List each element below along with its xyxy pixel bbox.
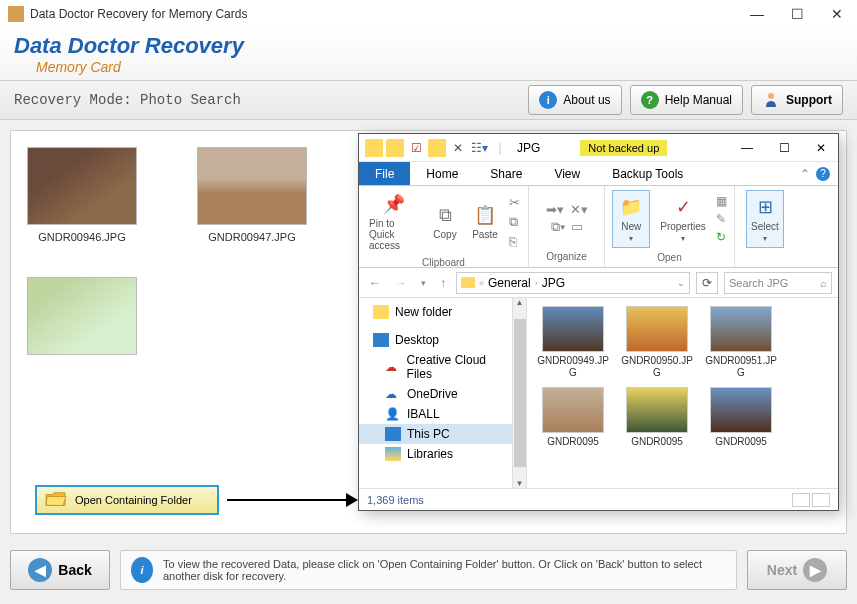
edit-icon[interactable]: ✎: [716, 212, 727, 226]
address-input[interactable]: « General › JPG ⌄: [456, 272, 690, 294]
file-name: GNDR0095: [715, 436, 767, 448]
thumb-image: [27, 277, 137, 355]
file-item[interactable]: GNDR0095: [703, 387, 779, 448]
view-details-button[interactable]: [792, 493, 810, 507]
file-explorer-window: ☑ ✕ ☷▾ | JPG Not backed up — ☐ ✕ File Ho…: [358, 133, 839, 511]
tab-view[interactable]: View: [538, 162, 596, 185]
tab-backup-tools[interactable]: Backup Tools: [596, 162, 699, 185]
next-label: Next: [767, 562, 797, 578]
select-button[interactable]: ⊞ Select ▾: [746, 190, 784, 248]
tree-scrollbar[interactable]: ▲▼: [512, 298, 526, 488]
help-icon[interactable]: ?: [816, 167, 830, 181]
photo-thumb[interactable]: [27, 277, 137, 373]
search-input[interactable]: Search JPG ⌕: [724, 272, 832, 294]
support-button[interactable]: Support: [751, 85, 843, 115]
desktop-icon: [373, 333, 389, 347]
explorer-address-bar: ← → ▾ ↑ « General › JPG ⌄ ⟳ Search JPG ⌕: [359, 268, 838, 298]
copy-button[interactable]: ⧉ Copy: [429, 201, 461, 242]
nav-up-button[interactable]: ↑: [436, 276, 450, 290]
delete-icon[interactable]: ✕: [449, 139, 467, 157]
nav-history-dropdown[interactable]: ▾: [417, 278, 430, 288]
select-icon: ⊞: [751, 195, 779, 219]
move-to-icon[interactable]: ➡▾: [546, 202, 564, 217]
copy-to-icon[interactable]: ⧉▾: [551, 219, 565, 235]
explorer-maximize-button[interactable]: ☐: [779, 141, 790, 155]
tab-file[interactable]: File: [359, 162, 410, 185]
file-item[interactable]: GNDR00951.JPG: [703, 306, 779, 379]
nav-forward-button[interactable]: →: [391, 276, 411, 290]
rename-icon[interactable]: ▭: [571, 219, 583, 235]
file-item[interactable]: GNDR0095: [619, 387, 695, 448]
delete-icon[interactable]: ✕▾: [570, 202, 588, 217]
file-item[interactable]: GNDR00949.JPG: [535, 306, 611, 379]
tree-libraries[interactable]: Libraries: [359, 444, 526, 464]
properties-dropdown-icon[interactable]: ☷▾: [470, 139, 488, 157]
new-folder-button[interactable]: 📁 New ▾: [612, 190, 650, 248]
photo-thumb[interactable]: GNDR00947.JPG: [197, 147, 307, 243]
info-icon: i: [539, 91, 557, 109]
folder-icon[interactable]: [428, 139, 446, 157]
properties-button[interactable]: ✓ Properties ▾: [658, 193, 708, 245]
folder-icon: [373, 305, 389, 319]
back-button[interactable]: ◀ Back: [10, 550, 110, 590]
paste-icon: 📋: [471, 203, 499, 227]
file-item[interactable]: GNDR0095: [535, 387, 611, 448]
tree-onedrive[interactable]: ☁ OneDrive: [359, 384, 526, 404]
tree-creative-cloud[interactable]: ☁ Creative Cloud Files: [359, 350, 526, 384]
minimize-button[interactable]: —: [749, 6, 765, 22]
explorer-minimize-button[interactable]: —: [741, 141, 753, 155]
tab-share[interactable]: Share: [474, 162, 538, 185]
ribbon-group-open: Open: [605, 252, 734, 267]
thumb-image: [27, 147, 137, 225]
close-button[interactable]: ✕: [829, 6, 845, 22]
file-thumbnail: [626, 306, 688, 352]
search-icon: ⌕: [820, 277, 827, 289]
help-manual-button[interactable]: ? Help Manual: [630, 85, 743, 115]
open-containing-folder-button[interactable]: Open Containing Folder: [35, 485, 219, 515]
file-item[interactable]: GNDR00950.JPG: [619, 306, 695, 379]
thumb-filename: [80, 361, 83, 373]
tree-new-folder[interactable]: New folder: [359, 302, 526, 322]
arrow-line: [227, 499, 347, 501]
chevron-down-icon[interactable]: ⌄: [677, 278, 685, 288]
pin-to-quick-access-button[interactable]: 📌 Pin to Quick access: [367, 190, 421, 253]
about-label: About us: [563, 93, 610, 107]
copy-path-icon[interactable]: ⧉: [509, 214, 520, 230]
photo-thumb[interactable]: GNDR00946.JPG: [27, 147, 137, 243]
next-button[interactable]: Next ▶: [747, 550, 847, 590]
tab-home[interactable]: Home: [410, 162, 474, 185]
history-icon[interactable]: ↻: [716, 230, 727, 244]
maximize-button[interactable]: ☐: [789, 6, 805, 22]
file-thumbnail: [542, 306, 604, 352]
help-label: Help Manual: [665, 93, 732, 107]
tree-this-pc[interactable]: This PC: [359, 424, 526, 444]
breadcrumb-segment[interactable]: General: [488, 276, 531, 290]
explorer-titlebar: ☑ ✕ ☷▾ | JPG Not backed up — ☐ ✕: [359, 134, 838, 162]
paste-shortcut-icon[interactable]: ⎘: [509, 234, 520, 249]
about-us-button[interactable]: i About us: [528, 85, 621, 115]
svg-point-0: [768, 93, 774, 99]
thumb-filename: GNDR00946.JPG: [38, 231, 125, 243]
breadcrumb-segment[interactable]: JPG: [542, 276, 565, 290]
check-icon[interactable]: ☑: [407, 139, 425, 157]
arrow-head: [346, 493, 358, 507]
folder-icon[interactable]: [386, 139, 404, 157]
explorer-close-button[interactable]: ✕: [816, 141, 826, 155]
ribbon-collapse-icon[interactable]: ⌃: [800, 167, 810, 181]
libraries-icon: [385, 447, 401, 461]
brand-title: Data Doctor Recovery: [14, 33, 244, 59]
onedrive-icon: ☁: [385, 387, 401, 401]
refresh-button[interactable]: ⟳: [696, 272, 718, 294]
tree-user[interactable]: 👤 IBALL: [359, 404, 526, 424]
open-icon[interactable]: ▦: [716, 194, 727, 208]
view-icons-button[interactable]: [812, 493, 830, 507]
file-name: GNDR00951.JPG: [703, 355, 779, 379]
footer-info-text: To view the recovered Data, please click…: [163, 558, 726, 582]
open-folder-label: Open Containing Folder: [75, 494, 192, 506]
folder-icon[interactable]: [365, 139, 383, 157]
nav-back-button[interactable]: ←: [365, 276, 385, 290]
paste-button[interactable]: 📋 Paste: [469, 201, 501, 242]
tree-desktop[interactable]: Desktop: [359, 330, 526, 350]
cut-icon[interactable]: ✂: [509, 195, 520, 210]
brand-subtitle: Memory Card: [36, 59, 244, 75]
